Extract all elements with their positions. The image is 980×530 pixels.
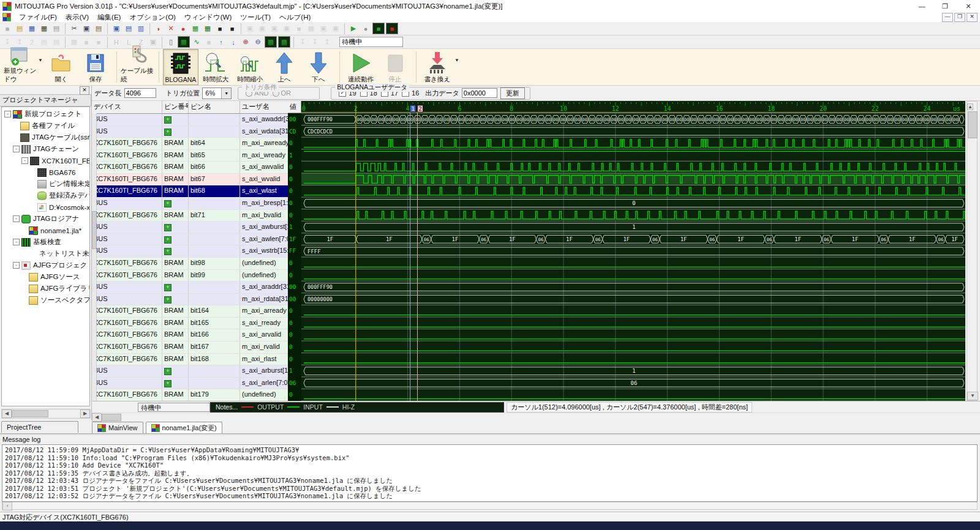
open-file-icon[interactable]: ▤ (14, 23, 25, 34)
signal-row[interactable]: BUS+s_axi_araddr[31:0] (92, 282, 288, 294)
scroll-left-icon[interactable]: ‹ (2, 502, 12, 510)
new-file-icon[interactable]: ■ (2, 23, 13, 34)
signal-row[interactable]: BUS+m_axi_rdata[31:0] (92, 294, 288, 306)
mdi-minimize-button[interactable]: — (942, 13, 953, 22)
tree-item[interactable]: BGA676 (2, 166, 89, 178)
paste-icon[interactable]: ▤ (93, 23, 104, 34)
trigger-pos-select[interactable]: 6% ▼ (202, 88, 232, 99)
menu-f[interactable]: ファイル(F) (15, 13, 61, 22)
signal-row[interactable]: BUS+s_axi_awaddr[31:0] (92, 114, 288, 126)
tree-item[interactable]: JTAGケーブル(ssmaj) (2, 132, 89, 143)
blogana-small-icon[interactable]: ▦ (178, 36, 190, 48)
tree-expander-icon[interactable]: - (13, 146, 20, 152)
signal-row[interactable]: XC7K160TI_FBG676BRAMbit98(undefined) (92, 258, 288, 270)
bus-expand-icon[interactable]: + (164, 236, 172, 244)
waveform-view[interactable]: 024681012141618202224us000FFF90000000000… (301, 101, 965, 401)
signal-row[interactable]: BUS+s_axi_wdata[31:0] (92, 126, 288, 138)
tree-item[interactable]: AJFGソース (2, 271, 89, 283)
table-scrollbar[interactable] (92, 113, 97, 401)
signal-row[interactable]: BUS+s_axi_wstrb[15:0] (92, 245, 288, 258)
signal-row[interactable]: BUS+s_axi_arlen[7:0] (92, 378, 288, 390)
move-up-button[interactable]: 上へ (267, 49, 301, 85)
mdi-close-button[interactable]: ✕ (967, 13, 978, 22)
tab-mainview[interactable]: MainView (92, 422, 143, 433)
save-button[interactable]: 保存 (78, 49, 113, 85)
signal-row[interactable]: BUS+s_axi_awlen[7:0] (92, 234, 288, 246)
signal-row[interactable]: XC7K160TI_FBG676BRAMbit71m_axi_bvalid (92, 210, 288, 222)
menu-h[interactable]: ヘルプ(H) (275, 13, 315, 22)
move-down-button[interactable]: 下へ (301, 49, 336, 85)
signal-row[interactable]: XC7K160TI_FBG676BRAMbit164m_axi_arready (92, 305, 288, 318)
signal-row[interactable]: XC7K160TI_FBG676BRAMbit67s_axi_wvalid (92, 174, 288, 186)
signal-row[interactable]: XC7K160TI_FBG676BRAMbit66s_axi_awvalid (92, 162, 288, 174)
bus-expand-icon[interactable]: + (164, 116, 172, 124)
tree-item[interactable]: D:¥cosmok-xdr (2, 201, 89, 213)
chip-export-icon[interactable]: ■ (227, 23, 238, 34)
signal-down-icon[interactable]: ↓ (228, 37, 239, 47)
time-zoom-in-button[interactable]: 時間拡大 (198, 49, 233, 85)
sample-start-icon[interactable]: ■ (372, 23, 385, 34)
tree-item[interactable]: -基板検査 (2, 236, 89, 248)
panel-close-icon[interactable]: ✕ (80, 86, 89, 95)
blogana-button[interactable]: BLOGANA (163, 49, 198, 85)
print-icon[interactable]: ▤ (51, 23, 62, 34)
tree-item[interactable]: 登録済みデバイス (2, 190, 89, 201)
bus-expand-icon[interactable]: + (164, 224, 172, 231)
output-data-input[interactable] (462, 88, 497, 98)
waveform-horizontal-scrollbar[interactable]: ◀ (92, 412, 980, 421)
new-wave-icon[interactable]: ▯ (165, 37, 176, 47)
tile-horizontal-icon[interactable]: ▤ (123, 23, 134, 34)
open-button[interactable]: 開く (44, 49, 78, 85)
tree-expander-icon[interactable]: - (21, 157, 28, 164)
tree-item[interactable]: AJFGライブラリファイ (2, 283, 89, 294)
tree-expander-icon[interactable]: - (13, 239, 20, 245)
bus-expand-icon[interactable]: + (164, 284, 172, 291)
tree-item[interactable]: -AJFGプロジェクト (2, 259, 89, 271)
copy-icon[interactable]: ▣ (81, 23, 92, 34)
menu-o[interactable]: オプション(O) (125, 13, 179, 22)
boundary-scan-icon[interactable]: ▦ (190, 23, 201, 34)
time-zoom-out-button[interactable]: 時間縮小 (233, 49, 267, 85)
signal-row[interactable]: XC7K160TI_FBG676BRAMbit65m_axi_wready (92, 150, 288, 162)
new-window-dropdown-icon[interactable]: ▼ (38, 58, 43, 63)
signal-row[interactable]: XC7K160TI_FBG676BRAMbit168m_axi_rlast (92, 354, 288, 366)
tab-noname1jla[interactable]: noname1.jla(変更) (146, 422, 222, 433)
signal-row[interactable]: XC7K160TI_FBG676BRAMbit68s_axi_wlast (92, 185, 288, 198)
signal-up-icon[interactable]: ↑ (216, 37, 227, 47)
signal-row[interactable]: XC7K160TI_FBG676BRAMbit166s_axi_arvalid (92, 329, 288, 342)
tab-project-tree[interactable]: ProjectTree (1, 421, 78, 433)
bus-expand-icon[interactable]: + (164, 200, 172, 207)
reset-icon[interactable]: ● (178, 23, 189, 34)
scroll-left-icon[interactable]: ◀ (92, 413, 102, 422)
notes-button[interactable]: Notes... (216, 403, 238, 411)
waveform-vertical-scrollbar[interactable]: ▲ ▼ (967, 101, 978, 401)
signal-row[interactable]: BUS+m_axi_bresp[1:0] (92, 198, 288, 210)
pcb-view-icon[interactable]: ▦ (202, 23, 213, 34)
tree-item[interactable]: -XC7K160TI_FBG676 (2, 155, 89, 166)
log-horizontal-scrollbar[interactable]: ‹ (2, 502, 978, 510)
update-button[interactable]: 更新 (500, 88, 525, 99)
signal-row[interactable]: XC7K160TI_FBG676BRAMbit99(undefined) (92, 270, 288, 282)
zoom-in-icon[interactable]: ⊕ (240, 37, 251, 47)
bus-expand-icon[interactable]: + (164, 248, 172, 255)
tree-item[interactable]: 各種ファイル (2, 120, 89, 132)
run-status-field[interactable] (339, 37, 403, 47)
bus-expand-icon[interactable]: + (164, 368, 172, 375)
continuous-run-button[interactable]: 連続動作 (344, 49, 378, 85)
disconnect-icon[interactable]: ✕ (165, 23, 176, 34)
sample-record-icon[interactable]: ■ (386, 23, 398, 34)
tree-item[interactable]: ピン情報未定義 (2, 178, 89, 190)
tree-item[interactable]: -新規プロジェクト (2, 108, 89, 120)
minimize-button[interactable]: — (910, 0, 933, 12)
connect-icon[interactable]: ◗ (153, 23, 164, 34)
close-button[interactable]: ✕ (957, 0, 980, 12)
fit-wave-icon[interactable]: ▦ (265, 36, 277, 48)
zoom-out-icon[interactable]: ⊖ (252, 37, 263, 47)
data-length-input[interactable] (124, 88, 156, 98)
rewrite-dropdown-icon[interactable]: ▼ (454, 58, 459, 63)
chip-add-icon[interactable]: ■ (214, 23, 225, 34)
signal-row[interactable]: BUS+s_axi_awburst[1:0] (92, 222, 288, 234)
bus-expand-icon[interactable]: + (164, 129, 172, 136)
new-window-button[interactable]: 新規ウィンドウ (4, 49, 38, 85)
bus-expand-icon[interactable]: + (164, 380, 172, 387)
